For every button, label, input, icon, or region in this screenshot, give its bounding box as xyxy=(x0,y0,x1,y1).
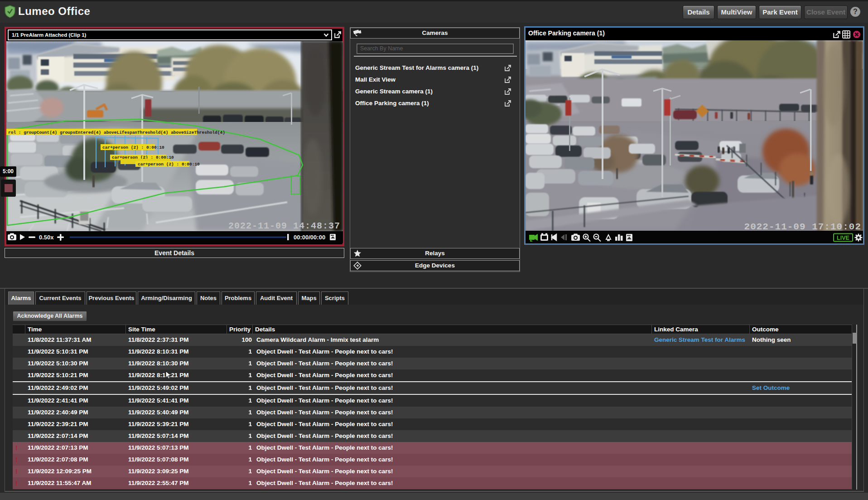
svg-text:LIVE: LIVE xyxy=(837,235,849,241)
svg-text:2022-11-09 14:48:37: 2022-11-09 14:48:37 xyxy=(228,221,340,231)
svg-text:00:00/00:00: 00:00/00:00 xyxy=(294,234,325,241)
svg-text:car+person (2) : 0:00:10: car+person (2) : 0:00:10 xyxy=(102,145,164,150)
svg-text:0.50x: 0.50x xyxy=(39,234,54,241)
svg-text:car+person (2) : 0:00:10: car+person (2) : 0:00:10 xyxy=(138,162,200,167)
svg-text:2022-11-09 17:10:02: 2022-11-09 17:10:02 xyxy=(744,222,861,231)
svg-text:rol : groupCount(4) groupsEnte: rol : groupCount(4) groupsEntered(4) abo… xyxy=(8,130,225,135)
